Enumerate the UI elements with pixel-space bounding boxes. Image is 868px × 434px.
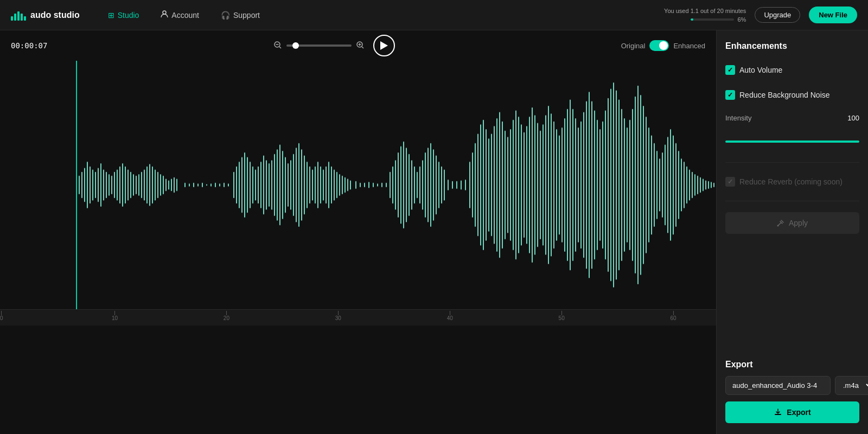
svg-rect-185 (589, 92, 590, 278)
svg-rect-148 (488, 138, 489, 232)
svg-rect-204 (640, 95, 641, 275)
svg-rect-88 (301, 149, 302, 221)
header-right: You used 1.1 out of 20 minutes 6% Upgrad… (664, 7, 857, 23)
svg-rect-153 (502, 122, 503, 249)
upgrade-button[interactable]: Upgrade (755, 7, 800, 23)
apply-button[interactable]: Apply (725, 212, 859, 234)
svg-rect-171 (551, 113, 552, 256)
svg-rect-28 (114, 172, 115, 199)
export-format-select[interactable]: .m4a .mp3 .wav (835, 376, 868, 395)
reduce-reverb-label: Reduce Reverb (coming soon) (739, 177, 843, 186)
svg-rect-112 (377, 183, 378, 187)
reduce-bg-noise-checkbox[interactable]: ✓ (725, 90, 735, 100)
svg-rect-1 (14, 14, 16, 21)
svg-rect-164 (532, 107, 533, 263)
svg-rect-198 (624, 118, 625, 252)
svg-rect-167 (540, 131, 541, 239)
waveform-container[interactable] (0, 61, 716, 309)
export-filename-input[interactable] (725, 376, 831, 395)
svg-rect-225 (697, 176, 698, 194)
svg-rect-178 (570, 100, 571, 271)
svg-rect-20 (92, 169, 93, 200)
svg-rect-108 (360, 183, 361, 188)
divider-1 (725, 162, 859, 163)
svg-rect-78 (274, 154, 275, 216)
svg-rect-66 (241, 157, 242, 213)
export-icon (774, 408, 782, 417)
svg-rect-48 (168, 180, 169, 189)
svg-rect-94 (317, 162, 318, 208)
svg-rect-17 (84, 168, 85, 202)
svg-rect-211 (659, 158, 660, 211)
timeline-tick-20: 20 (224, 310, 229, 321)
waveform (0, 61, 716, 309)
svg-rect-176 (564, 118, 565, 252)
svg-rect-87 (298, 143, 299, 227)
svg-rect-0 (11, 16, 13, 21)
svg-point-232 (777, 225, 778, 227)
svg-rect-63 (233, 172, 234, 199)
svg-rect-34 (130, 172, 131, 199)
auto-volume-checkbox[interactable]: ✓ (725, 65, 735, 75)
svg-rect-141 (469, 162, 470, 208)
svg-rect-191 (605, 111, 606, 260)
svg-marker-13 (380, 41, 388, 50)
usage-text: You used 1.1 out of 20 minutes (664, 8, 746, 14)
usage-info: You used 1.1 out of 20 minutes 6% (664, 8, 746, 23)
header: audo studio ⊞ Studio Account 🎧 Support Y… (0, 0, 868, 30)
playhead (76, 61, 77, 309)
svg-rect-124 (414, 167, 415, 204)
toggle-switch[interactable] (649, 40, 669, 51)
timeline-tick-60: 60 (671, 310, 676, 321)
svg-rect-111 (373, 183, 374, 188)
svg-rect-154 (505, 131, 506, 239)
svg-rect-93 (315, 167, 316, 204)
support-icon: 🎧 (221, 11, 230, 20)
enhancements-section: Enhancements (725, 41, 859, 53)
svg-rect-177 (567, 109, 568, 261)
navigation: ⊞ Studio Account 🎧 Support (104, 8, 264, 22)
svg-rect-51 (176, 179, 177, 192)
magic-wand-icon (777, 219, 784, 227)
svg-rect-230 (711, 182, 712, 188)
svg-rect-103 (342, 176, 343, 194)
svg-rect-152 (499, 112, 500, 258)
zoom-slider[interactable] (286, 44, 352, 47)
svg-rect-83 (288, 163, 289, 207)
svg-rect-60 (219, 183, 220, 187)
svg-rect-129 (427, 148, 429, 222)
svg-rect-150 (494, 126, 495, 244)
nav-studio[interactable]: ⊞ Studio (104, 8, 144, 22)
svg-rect-193 (610, 89, 611, 282)
svg-rect-201 (632, 109, 633, 261)
svg-rect-175 (561, 127, 563, 242)
svg-rect-196 (618, 100, 620, 271)
new-file-button[interactable]: New File (809, 7, 857, 23)
svg-rect-53 (189, 183, 190, 187)
svg-rect-99 (331, 167, 332, 204)
svg-rect-174 (559, 135, 560, 234)
nav-account[interactable]: Account (156, 8, 203, 22)
svg-rect-69 (250, 162, 251, 208)
reduce-bg-noise-item: ✓ Reduce Background Noise (725, 87, 859, 103)
svg-rect-199 (627, 127, 628, 242)
svg-rect-231 (713, 183, 714, 188)
svg-rect-19 (90, 167, 91, 204)
svg-rect-122 (409, 154, 410, 216)
svg-rect-187 (594, 111, 595, 260)
reduce-reverb-checkbox[interactable]: ✓ (725, 177, 735, 187)
export-button[interactable]: Export (725, 401, 859, 423)
play-button[interactable] (373, 35, 395, 56)
intensity-slider[interactable] (725, 141, 859, 143)
svg-rect-68 (247, 157, 248, 213)
svg-rect-157 (513, 120, 514, 250)
nav-support[interactable]: 🎧 Support (216, 8, 264, 22)
svg-rect-216 (673, 135, 674, 234)
svg-rect-22 (98, 168, 99, 202)
svg-rect-134 (441, 167, 442, 204)
reduce-reverb-check-icon: ✓ (727, 178, 733, 186)
svg-rect-50 (174, 177, 175, 193)
svg-rect-173 (556, 129, 557, 241)
svg-rect-45 (160, 174, 161, 196)
svg-rect-215 (670, 129, 671, 241)
